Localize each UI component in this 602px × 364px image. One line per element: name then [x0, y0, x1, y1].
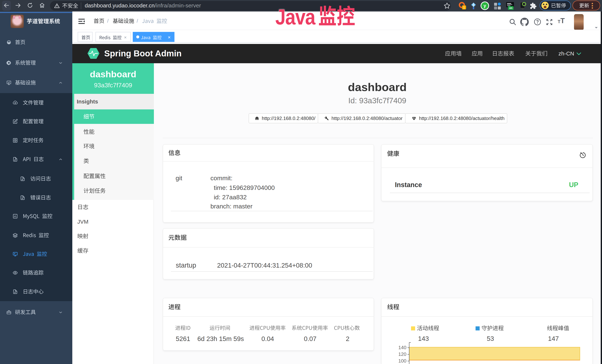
svg-text:1: 1 — [463, 6, 465, 9]
svg-text:y: y — [484, 3, 486, 8]
svg-text:on: on — [509, 7, 512, 10]
